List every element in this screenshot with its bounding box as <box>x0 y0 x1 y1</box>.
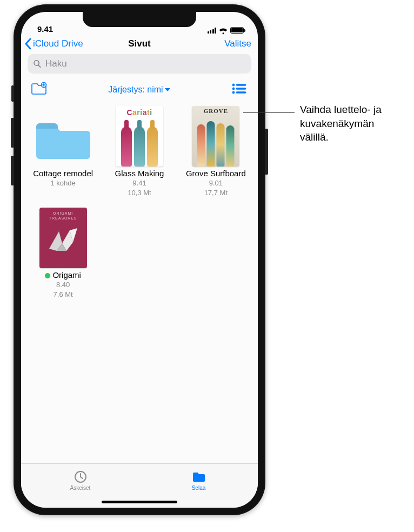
view-toggle-button[interactable] <box>232 83 247 96</box>
list-view-icon <box>232 83 247 94</box>
callout-leader-line <box>243 112 295 113</box>
chevron-left-icon <box>24 38 32 50</box>
status-time: 9.41 <box>37 24 53 34</box>
mute-switch[interactable] <box>11 85 14 102</box>
wifi-icon <box>219 27 228 34</box>
svg-point-5 <box>232 91 235 94</box>
callout-text: Vaihda luettelo- ja kuvakenäkymän välill… <box>300 103 382 144</box>
new-folder-button[interactable] <box>31 82 47 97</box>
item-name: Grove Surfboard <box>186 169 246 178</box>
cellular-icon <box>208 28 217 34</box>
back-label: iCloud Drive <box>33 38 83 49</box>
battery-icon <box>230 27 244 34</box>
screen: 9.41 iCloud Drive Sivut Valitse Haku <box>21 12 258 508</box>
item-name: Origami <box>45 270 81 280</box>
clock-icon <box>73 470 88 484</box>
new-folder-icon <box>31 82 47 95</box>
home-indicator[interactable] <box>102 501 177 503</box>
item-name: Cottage remodel <box>33 169 93 178</box>
file-grid: Cottage remodel 1 kohde Cariati Glass Ma… <box>21 103 258 463</box>
document-thumbnail: Cariati <box>116 106 163 167</box>
sort-label: Järjestys: nimi <box>108 85 163 95</box>
power-button[interactable] <box>265 129 268 175</box>
item-meta: 1 kohde <box>51 179 76 188</box>
document-item[interactable]: Cariati Glass Making 9.41 10,3 Mt <box>103 106 176 198</box>
svg-point-3 <box>232 88 235 90</box>
document-thumbnail: GROVE <box>192 106 239 167</box>
document-item[interactable]: ORIGAMITREASURES Origami 8.40 7,6 Mt <box>26 208 99 300</box>
document-item[interactable]: GROVE Grove Surfboard 9.01 17,7 Mt <box>179 106 252 198</box>
search-icon <box>33 59 42 68</box>
svg-rect-2 <box>236 84 246 85</box>
item-name: Glass Making <box>115 169 164 178</box>
search-input[interactable]: Haku <box>28 54 251 74</box>
status-right <box>208 27 244 34</box>
folder-icon <box>36 117 90 160</box>
nav-bar: iCloud Drive Sivut Valitse <box>21 35 258 54</box>
tab-browse[interactable]: Selaa <box>139 464 258 497</box>
item-time: 9.01 <box>209 179 223 188</box>
svg-rect-6 <box>236 92 246 93</box>
tab-label: Selaa <box>192 485 206 491</box>
item-time: 8.40 <box>56 281 70 290</box>
notch <box>83 12 196 27</box>
back-button[interactable]: iCloud Drive <box>24 38 83 50</box>
tab-recents[interactable]: Äskeiset <box>21 464 139 497</box>
chevron-down-icon <box>164 87 171 92</box>
item-time: 9.41 <box>132 179 146 188</box>
page-title: Sivut <box>128 38 151 49</box>
folder-item[interactable]: Cottage remodel 1 kohde <box>26 106 99 198</box>
phone-frame: 9.41 iCloud Drive Sivut Valitse Haku <box>14 4 265 515</box>
svg-rect-4 <box>236 88 246 89</box>
select-button[interactable]: Valitse <box>224 38 251 49</box>
origami-crane-icon <box>46 227 81 256</box>
volume-up[interactable] <box>11 118 14 148</box>
search-placeholder: Haku <box>45 58 67 69</box>
toolbar: Järjestys: nimi <box>21 77 258 103</box>
folder-icon <box>191 470 206 484</box>
item-size: 17,7 Mt <box>204 189 228 198</box>
svg-point-1 <box>232 84 235 86</box>
item-size: 7,6 Mt <box>54 290 73 300</box>
tab-label: Äskeiset <box>70 485 91 491</box>
sort-button[interactable]: Järjestys: nimi <box>108 85 170 95</box>
item-size: 10,3 Mt <box>128 189 151 198</box>
status-dot-icon <box>45 273 50 278</box>
volume-down[interactable] <box>11 156 14 185</box>
document-thumbnail: ORIGAMITREASURES <box>39 208 87 268</box>
